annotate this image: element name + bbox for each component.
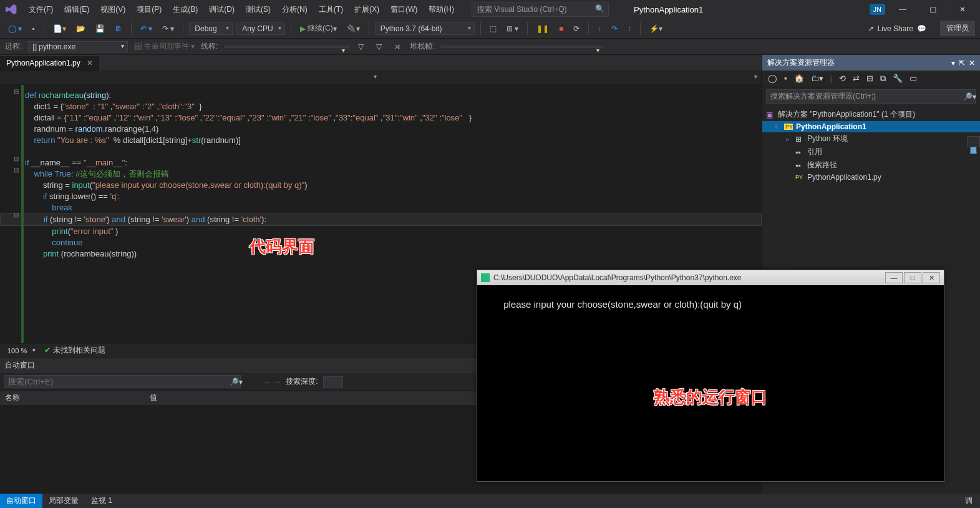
menu-edit[interactable]: 编辑(E) xyxy=(59,2,94,17)
sol-collapse-icon[interactable]: ⊟ xyxy=(865,72,875,85)
console-output[interactable]: please input your choose(stone,swear or … xyxy=(477,285,944,335)
step-over-button[interactable]: ↷ xyxy=(608,22,621,35)
python-project-icon: PY xyxy=(784,124,793,130)
live-share-button[interactable]: ↗ Live Share 💬 xyxy=(863,23,931,34)
console-titlebar[interactable]: C:\Users\DUODUO\AppData\Local\Programs\P… xyxy=(477,270,944,285)
tb-icon-1[interactable]: ⬚ xyxy=(487,22,500,35)
misc-icon[interactable]: ⚡▾ xyxy=(646,22,666,35)
undo-button[interactable]: ↶ ▾ xyxy=(137,22,155,35)
step-into-button[interactable]: ↓ xyxy=(594,22,604,35)
menu-file[interactable]: 文件(F) xyxy=(24,2,58,17)
col-name[interactable]: 名称 xyxy=(0,393,150,403)
solution-search-input[interactable]: 搜索解决方案资源管理器(Ctrl+;) xyxy=(766,89,976,104)
config-dropdown[interactable]: Debug xyxy=(189,22,233,35)
tab-autos[interactable]: 自动窗口 xyxy=(0,494,42,508)
minimize-button[interactable]: — xyxy=(890,1,915,18)
chevron-right-icon[interactable]: ▹ xyxy=(786,136,792,142)
user-badge[interactable]: JN xyxy=(870,4,885,15)
process-dropdown[interactable]: [] python.exe xyxy=(28,41,128,52)
tab-close-icon[interactable]: ✕ xyxy=(87,59,93,67)
menu-tools[interactable]: 工具(T) xyxy=(314,2,348,17)
panel-pin-icon[interactable]: ⇱ xyxy=(959,59,965,67)
sol-preview-icon[interactable]: ▭ xyxy=(908,72,919,85)
search-icon[interactable]: 🔎▾ xyxy=(963,92,976,101)
pause-button[interactable]: ❚❚ xyxy=(533,22,552,35)
feedback-icon[interactable]: 💬 xyxy=(917,24,926,33)
step-out-button[interactable]: ↑ xyxy=(624,22,634,35)
tb-icon-2[interactable]: ⊞ ▾ xyxy=(503,22,522,35)
console-title-text: C:\Users\DUODUO\AppData\Local\Programs\P… xyxy=(493,273,742,282)
menu-window[interactable]: 窗口(W) xyxy=(386,2,422,17)
tree-project[interactable]: ▿ PY PythonApplication1 xyxy=(762,121,980,132)
sol-copy-icon[interactable]: ⧉ xyxy=(878,72,888,85)
panel-close-icon[interactable]: ✕ xyxy=(969,59,975,67)
sol-properties-icon[interactable]: 🔧 xyxy=(891,72,905,85)
console-close-button[interactable]: ✕ xyxy=(923,272,940,283)
autos-search-input[interactable] xyxy=(4,375,241,388)
shuffle-icon[interactable]: ⤭ xyxy=(391,41,404,53)
tree-references[interactable]: ▪▪ 引用 xyxy=(762,145,980,159)
nav-member-dropdown[interactable] xyxy=(381,71,762,84)
tab-right-prefix[interactable]: 调 xyxy=(959,494,980,508)
fold-icon[interactable]: ⊟ xyxy=(14,154,19,165)
tab-locals[interactable]: 局部变量 xyxy=(42,494,85,508)
sol-showall-icon[interactable]: 🗀▾ xyxy=(809,72,825,85)
solution-search-row: 搜索解决方案资源管理器(Ctrl+;) 🔎▾ xyxy=(762,87,980,105)
console-min-button[interactable]: — xyxy=(885,272,903,283)
save-all-button[interactable]: 🗎 xyxy=(112,22,125,35)
restart-button[interactable]: ⟳ xyxy=(570,22,583,35)
share-icon: ↗ xyxy=(868,24,874,33)
server-explorer-tab[interactable]: 服务器资源管理器 xyxy=(967,136,980,147)
env-icon: ⊞ xyxy=(795,135,804,144)
nav-back-button[interactable]: ◯ ▾ xyxy=(5,22,25,35)
tab-watch[interactable]: 监视 1 xyxy=(85,494,119,508)
sol-fwd-icon[interactable]: ▪ xyxy=(782,72,789,85)
filter-icon[interactable]: ▽ xyxy=(355,41,367,53)
menu-extensions[interactable]: 扩展(X) xyxy=(349,2,384,17)
attach-button[interactable]: 🔌▾ xyxy=(344,22,363,35)
menu-test[interactable]: 测试(S) xyxy=(241,2,276,17)
tree-search-paths[interactable]: ▪▪ 搜索路径 xyxy=(762,159,980,172)
open-button[interactable]: 📂 xyxy=(73,22,89,35)
python-env-dropdown[interactable]: Python 3.7 (64-bit) xyxy=(375,22,475,35)
maximize-button[interactable]: ▢ xyxy=(920,1,945,18)
fold-icon[interactable]: ⊟ xyxy=(14,210,19,221)
menu-help[interactable]: 帮助(H) xyxy=(424,2,459,17)
menu-project[interactable]: 项目(P) xyxy=(132,2,167,17)
new-file-button[interactable]: 📄▾ xyxy=(50,22,69,35)
sol-sync-icon[interactable]: ⟲ xyxy=(837,72,848,85)
tree-solution-root[interactable]: ▣ 解决方案 "PythonApplication1" (1 个项目) xyxy=(762,108,980,121)
redo-button[interactable]: ↷ ▾ xyxy=(159,22,177,35)
fold-icon[interactable]: ⊟ xyxy=(14,86,19,97)
save-button[interactable]: 💾 xyxy=(92,22,108,35)
fold-icon[interactable]: ⊟ xyxy=(14,165,19,176)
close-button[interactable]: ✕ xyxy=(950,1,975,18)
sol-refresh-icon[interactable]: ⇄ xyxy=(851,72,861,85)
menu-debug[interactable]: 调试(D) xyxy=(204,2,240,17)
continue-button[interactable]: ▶ 继续(C) ▾ xyxy=(297,21,340,36)
platform-dropdown[interactable]: Any CPU xyxy=(236,22,284,35)
filter2-icon[interactable]: ▽ xyxy=(373,41,385,53)
stackframe-dropdown[interactable] xyxy=(441,46,603,48)
menu-view[interactable]: 视图(V) xyxy=(95,2,130,17)
depth-dropdown[interactable] xyxy=(323,376,343,388)
nav-scope-dropdown[interactable] xyxy=(0,71,381,84)
sol-home-icon[interactable]: 🏠 xyxy=(792,72,806,85)
tree-python-env[interactable]: ▹ ⊞ Python 环境 xyxy=(762,132,980,145)
menu-analyze[interactable]: 分析(N) xyxy=(277,2,313,17)
stop-button[interactable]: ■ xyxy=(556,22,566,35)
main-toolbar: ◯ ▾ ▪ 📄▾ 📂 💾 🗎 ↶ ▾ ↷ ▾ Debug Any CPU ▶ 继… xyxy=(0,19,980,39)
search-icon[interactable]: 🔎▾ xyxy=(230,378,243,386)
menu-build[interactable]: 生成(B) xyxy=(168,2,203,17)
sol-back-icon[interactable]: ◯ xyxy=(766,72,779,85)
global-search-input[interactable]: 搜索 Visual Studio (Ctrl+Q) 🔍 xyxy=(472,2,609,17)
panel-dropdown-icon[interactable]: ▾ xyxy=(951,59,955,67)
console-window[interactable]: C:\Users\DUODUO\AppData\Local\Programs\P… xyxy=(477,270,944,482)
zoom-dropdown[interactable]: 100 % xyxy=(5,346,38,355)
console-max-button[interactable]: □ xyxy=(904,272,921,283)
file-tab[interactable]: PythonApplication1.py ✕ xyxy=(0,55,99,71)
tree-file[interactable]: PY PythonApplication1.py xyxy=(762,172,980,183)
chevron-down-icon[interactable]: ▿ xyxy=(775,124,781,130)
nav-fwd-button[interactable]: ▪ xyxy=(29,22,37,35)
thread-dropdown[interactable] xyxy=(224,46,349,48)
